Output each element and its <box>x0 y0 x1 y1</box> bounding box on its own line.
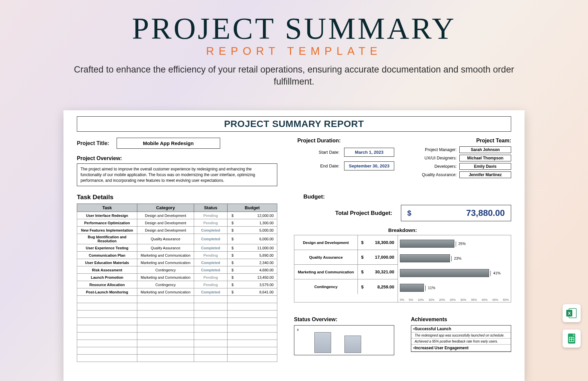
status-chart: 8 <box>294 325 394 355</box>
table-row <box>77 355 277 362</box>
table-row <box>77 303 277 310</box>
hero-title: PROJECT SUMMARY <box>0 11 588 46</box>
th-category: Category <box>137 204 194 212</box>
breakdown-container: Design and Development$18,300.00Quality … <box>294 235 511 302</box>
table-row: Risk AssessmentContingencyCompleted$4,68… <box>77 266 277 274</box>
breakdown-row: Quality Assurance$17,000.00 <box>294 250 398 265</box>
th-status: Status <box>194 204 228 212</box>
table-row: Performance OptimizationDesign and Devel… <box>77 219 277 227</box>
table-row <box>77 347 277 355</box>
table-row <box>77 310 277 318</box>
hero-subtitle: REPORT TEMPLATE <box>0 45 588 57</box>
achievements-box: •Successful LaunchThe redesigned app was… <box>411 325 511 352</box>
table-row: Resource AllocationContingencyPending$3,… <box>77 281 277 288</box>
start-date-label: Start Date: <box>319 150 339 155</box>
task-table: Task Category Status Budget User Interfa… <box>77 204 277 362</box>
table-row: Bug Identification and ResolutionQuality… <box>77 234 277 244</box>
report-title: PROJECT SUMMARY REPORT <box>77 116 511 132</box>
svg-text:X: X <box>568 311 571 316</box>
overview-label: Project Overview: <box>77 155 277 161</box>
table-row: User Education MaterialsMarketing and Co… <box>77 259 277 266</box>
table-row: New Features ImplementationDesign and De… <box>77 227 277 234</box>
start-date-value: March 1, 2023 <box>344 148 394 157</box>
table-row <box>77 340 277 347</box>
table-row: Launch PromotionMarketing and Communicat… <box>77 274 277 281</box>
team-label: Project Team: <box>414 138 511 144</box>
breakdown-row: Marketing and Communication$30,321.00 <box>294 265 398 279</box>
end-date-value: September 30, 2023 <box>344 161 394 170</box>
table-row <box>77 325 277 333</box>
end-date-label: End Date: <box>320 163 339 168</box>
team-row: UX/UI Designers:Michael Thompson <box>414 155 511 161</box>
breakdown-row: Design and Development$18,300.00 <box>294 235 398 250</box>
breakdown-row: Contingency$8,259.00 <box>294 279 398 294</box>
duration-label: Project Duration: <box>297 138 394 144</box>
overview-text: The project aimed to improve the overall… <box>77 163 277 186</box>
excel-icon[interactable]: X <box>563 304 581 322</box>
report-sheet: PROJECT SUMMARY REPORT Project Title: Mo… <box>63 110 525 381</box>
total-budget-value: $ 73,880.00 <box>401 205 511 221</box>
table-row <box>77 318 277 325</box>
status-overview-label: Status Overview: <box>294 316 390 323</box>
table-row: User Interface RedesignDesign and Develo… <box>77 212 277 219</box>
table-row: Communication PlanMarketing and Communic… <box>77 252 277 259</box>
hero-description: Crafted to enhance the efficiency of you… <box>70 64 518 88</box>
team-row: Developers:Emily Davis <box>414 163 511 170</box>
budget-label: Budget: <box>303 194 511 201</box>
project-title-label: Project Title: <box>77 140 109 146</box>
project-title-value: Mobile App Redesign <box>117 138 220 149</box>
achievements-label: Achievements <box>411 316 506 323</box>
table-row: User Experience TestingQuality Assurance… <box>77 244 277 252</box>
table-row <box>77 296 277 303</box>
table-row <box>77 333 277 340</box>
team-row: Quality Assurance:Jennifer Martinez <box>414 171 511 178</box>
table-row: Post-Launch MonitoringMarketing and Comm… <box>77 288 277 296</box>
google-sheets-icon[interactable] <box>563 330 581 348</box>
format-icons: X <box>563 304 581 348</box>
task-details-label: Task Details <box>77 194 277 201</box>
total-budget-label: Total Project Budget: <box>294 210 392 217</box>
team-row: Project Manager:Sarah Johnson <box>414 146 511 153</box>
th-budget: Budget <box>228 204 277 212</box>
hero: PROJECT SUMMARY REPORT TEMPLATE Crafted … <box>0 0 588 88</box>
breakdown-label: Breakdown: <box>294 227 511 233</box>
th-task: Task <box>77 204 137 212</box>
breakdown-chart: 25%23%41%11%0%5%10%15%20%25%30%35%40%45%… <box>398 235 511 302</box>
